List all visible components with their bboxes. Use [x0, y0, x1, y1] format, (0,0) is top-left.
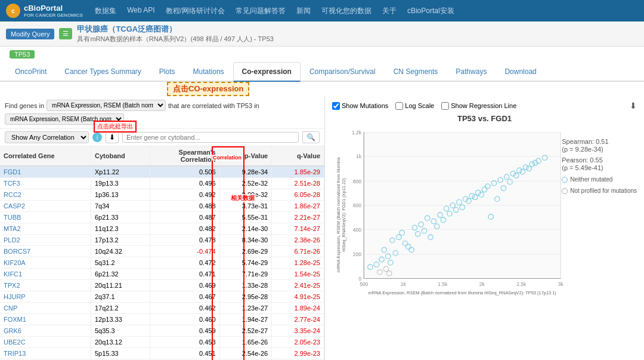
nav-tutorial[interactable]: 教程/网络研讨讨会 [166, 6, 225, 16]
legend-label-mutated: Neither mutated [570, 176, 612, 183]
pval-cell: 2.69e-29 [219, 246, 272, 257]
tab-cn-segments[interactable]: CN Segments [385, 62, 447, 82]
spearman-p: (p = 9.28e-34) [562, 146, 637, 153]
corr-cell: 0.487 [150, 212, 219, 223]
gene-link[interactable]: KIFC1 [4, 270, 22, 278]
svg-text:2.5k: 2.5k [516, 281, 527, 287]
gene-table: Correlation 相关数据 Correlated Gene Cytoban… [0, 146, 324, 360]
gene-link[interactable]: MTA2 [4, 225, 21, 232]
cytoband-cell: 6p21.33 [91, 212, 150, 223]
gene-link[interactable]: KIF20A [4, 259, 26, 266]
tab-mutations[interactable]: Mutations [184, 62, 233, 82]
header: c cBioPortal FOR CANCER GENOMICS 数据集 Web… [0, 0, 644, 21]
table-row[interactable]: RCC2 1p36.13 0.492 9.09e-32 6.05e-28 [0, 189, 324, 201]
gene-link[interactable]: FGD1 [4, 168, 21, 176]
nav-news[interactable]: 新闻 [296, 6, 311, 16]
chart-area: mRNA Expression, RSEM (Batch normalized … [332, 125, 637, 360]
tab-coexpression[interactable]: Co-expression [233, 62, 301, 82]
corr-cell: 0.482 [150, 223, 219, 235]
qval-cell: 6.05e-28 [272, 189, 324, 201]
expression-select-1[interactable]: mRNA Expression, RSEM (Batch normalized … [47, 100, 166, 111]
pval-cell: 9.28e-34 [219, 166, 272, 178]
modify-query-button[interactable]: Modify Query [6, 29, 54, 39]
annotation-coexp: 点击CO-expression [167, 82, 249, 96]
gene-search-input[interactable] [122, 132, 299, 143]
table-row[interactable]: TPX2 20q11.21 0.469 1.33e-28 2.41e-25 [0, 280, 324, 291]
svg-text:HiSeq_RNASeqV2): FGD1 (Xp11.22: HiSeq_RNASeqV2): FGD1 (Xp11.22) [341, 178, 346, 252]
nav-visualize[interactable]: 可视化您的数据 [321, 6, 371, 16]
pval-cell: 8.34e-30 [219, 235, 272, 246]
pval-cell: 2.52e-32 [219, 178, 272, 189]
info-icon[interactable]: i [92, 133, 102, 142]
gene-link[interactable]: HJURP [4, 293, 26, 300]
right-panel: Show Mutations Log Scale Show Regression… [325, 96, 644, 360]
filter-button[interactable]: ☰ [59, 28, 72, 39]
tab-pathways[interactable]: Pathways [447, 62, 496, 82]
svg-text:1.5k: 1.5k [438, 281, 448, 287]
table-row[interactable]: PLD2 17p13.2 0.478 8.34e-30 2.38e-26 [0, 235, 324, 246]
export-button[interactable]: ⬇ [106, 131, 119, 143]
gene-link[interactable]: BORCS7 [4, 248, 30, 255]
table-row[interactable]: HJURP 2q37.1 0.467 2.95e-28 4.91e-25 [0, 291, 324, 303]
mutations-checkbox-input[interactable] [332, 102, 340, 110]
table-row[interactable]: KIF20A 5q31.2 0.472 5.74e-29 1.28e-25 [0, 257, 324, 269]
gene-link[interactable]: RCC2 [4, 191, 21, 198]
table-row[interactable]: TRIP13 5p15.33 0.451 2.54e-26 2.99e-23 [0, 348, 324, 359]
gene-link[interactable]: TRIP13 [4, 350, 26, 357]
show-regression-checkbox[interactable]: Show Regression Line [441, 102, 516, 110]
gene-badge-area: TP53 [0, 47, 644, 62]
svg-text:500: 500 [360, 281, 368, 287]
study-title: 甲状腺癌（TCGA泛癌图谱） [77, 24, 273, 35]
qval-cell: 2.05e-23 [272, 337, 324, 348]
table-row[interactable]: KIFC1 6p21.32 0.471 7.71e-29 1.54e-25 [0, 269, 324, 280]
legend-label-not-profiled: Not profiled for mutations [570, 187, 637, 194]
table-row[interactable]: FOXM1 12p13.33 0.460 1.94e-27 2.77e-24 [0, 314, 324, 325]
table-row[interactable]: TUBB 6p21.33 0.487 5.55e-31 2.21e-27 [0, 212, 324, 223]
cytoband-cell: 19p13.3 [91, 178, 150, 189]
log-scale-checkbox-input[interactable] [395, 102, 403, 110]
gene-link[interactable]: PLD2 [4, 236, 20, 244]
regression-checkbox-input[interactable] [441, 102, 449, 110]
nav-install[interactable]: cBioPortal安装 [407, 6, 454, 16]
log-scale-checkbox[interactable]: Log Scale [395, 102, 434, 110]
tab-plots[interactable]: Plots [150, 62, 184, 82]
table-row[interactable]: UBE2C 20q13.12 0.453 1.65e-26 2.05e-23 [0, 337, 324, 348]
table-row[interactable]: MTA2 11q12.3 0.482 2.14e-30 7.14e-27 [0, 223, 324, 235]
gene-link[interactable]: UBE2C [4, 339, 26, 346]
table-row[interactable]: CASP2 7q34 0.488 3.73e-31 1.86e-27 [0, 201, 324, 212]
download-icon[interactable]: ⬇ [630, 101, 637, 110]
tab-comparison[interactable]: Comparison/Survival [301, 62, 385, 82]
nav-about[interactable]: 关于 [382, 6, 397, 16]
table-row[interactable]: CNP 17q21.2 0.462 1.23e-27 1.89e-24 [0, 303, 324, 314]
gene-link[interactable]: CASP2 [4, 202, 25, 210]
qval-cell: 2.21e-27 [272, 212, 324, 223]
tab-download[interactable]: Download [496, 62, 545, 82]
header-nav: 数据集 Web API 教程/网络研讨讨会 常见问题解答答 新闻 可视化您的数据… [95, 6, 454, 16]
qval-cell: 1.54e-25 [272, 269, 324, 280]
correlation-select[interactable]: Show Any Correlation [5, 131, 89, 143]
col-gene: Correlated Gene [0, 146, 91, 166]
table-row[interactable]: GRK6 5q35.3 0.459 2.52e-27 3.35e-24 [0, 325, 324, 337]
logo: c cBioPortal FOR CANCER GENOMICS [6, 4, 83, 18]
nav-data[interactable]: 数据集 [95, 6, 116, 16]
main-content: Find genes in mRNA Expression, RSEM (Bat… [0, 96, 644, 360]
corr-cell: 0.471 [150, 269, 219, 280]
nav-webapi[interactable]: Web API [127, 6, 154, 16]
gene-link[interactable]: TCF3 [4, 180, 20, 187]
gene-search-button[interactable]: 🔍 [302, 131, 320, 143]
gene-link[interactable]: CNP [4, 304, 17, 312]
tab-cancer-types[interactable]: Cancer Types Summary [55, 62, 150, 82]
tab-oncoprint[interactable]: OncoPrint [6, 62, 55, 82]
gene-link[interactable]: TPX2 [4, 282, 20, 289]
chart-title: TP53 vs. FGD1 [332, 114, 637, 123]
table-row[interactable]: BORCS7 10q24.32 -0.474 2.69e-29 6.71e-26 [0, 246, 324, 257]
gene-link[interactable]: TUBB [4, 214, 21, 221]
show-mutations-checkbox[interactable]: Show Mutations [332, 102, 388, 110]
gene-link[interactable]: GRK6 [4, 327, 21, 334]
col-qval: q-Value [272, 146, 324, 166]
table-row[interactable]: TCF3 19p13.3 0.496 2.52e-32 2.51e-28 [0, 178, 324, 189]
spearman-stat: Spearman: 0.51 [562, 138, 637, 145]
nav-faq[interactable]: 常见问题解答答 [236, 6, 286, 16]
gene-link[interactable]: FOXM1 [4, 316, 26, 323]
table-row[interactable]: FGD1 Xp11.22 0.506 9.28e-34 1.85e-29 [0, 166, 324, 178]
